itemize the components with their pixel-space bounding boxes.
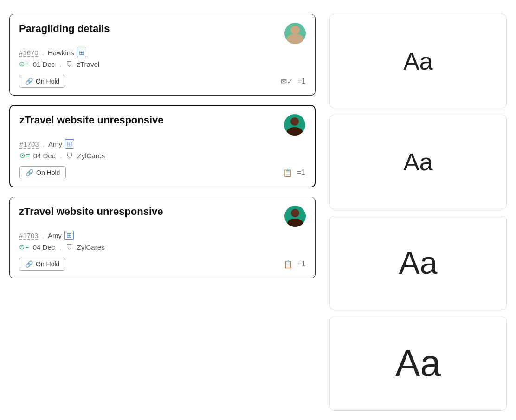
ticket-card-1[interactable]: Paragliding details #1670 . Hawkins ⊞ ⊙=… [9,14,316,96]
dot-1: . [42,49,44,57]
dot-2: . [43,140,45,148]
font-preview-text-3: Aa [399,245,437,281]
card-3-org: ZylCares [77,243,104,251]
card-3-ticket-id: #1703 [19,232,39,239]
card-3-footer: 🔗 On Hold 📋 =1 [19,258,306,271]
org-icon-1: ⛉ [66,60,73,68]
hold-icon-1: 🔗 [25,78,33,85]
card-2-ticket-id: #1703 [19,140,39,148]
hold-icon-2: 🔗 [26,169,33,176]
grid-icon-3: ⊞ [64,231,74,240]
note-icon-2: 📋 [283,168,292,177]
card-2-header: zTravel website unresponsive [19,114,305,136]
card-1-title: Paragliding details [19,23,110,35]
clock-icon-3: ⊙= [19,243,29,251]
card-1-date-row: ⊙= 01 Dec . ⛉ zTravel [19,60,306,68]
card-2-footer-icons: 📋 =1 [283,168,305,177]
font-preview-column: Aa Aa Aa Aa [329,9,507,411]
card-2-org: ZylCares [77,152,105,160]
on-hold-btn-2[interactable]: 🔗 On Hold [19,166,66,179]
font-preview-text-1: Aa [403,47,433,75]
grid-icon-2: ⊞ [65,139,74,149]
card-2-title: zTravel website unresponsive [19,114,164,126]
card-3-title: zTravel website unresponsive [19,206,163,218]
font-preview-1[interactable]: Aa [329,14,507,108]
card-3-meta: #1703 . Amy ⊞ [19,231,306,240]
card-1-header: Paragliding details [19,23,306,44]
clock-icon-1: ⊙= [19,60,29,68]
email-icon-1: ✉✓ [281,77,293,86]
card-3-date: 04 Dec [33,243,55,251]
card-3-agent: Amy [48,232,62,239]
font-preview-text-4: Aa [395,342,441,385]
font-preview-2[interactable]: Aa [329,115,507,209]
count-icon-3: =1 [297,260,306,268]
note-icon-3: 📋 [284,260,293,269]
count-icon-2: =1 [297,168,305,177]
font-preview-text-2: Aa [403,148,433,176]
main-layout: Paragliding details #1670 . Hawkins ⊞ ⊙=… [0,0,516,420]
card-1-meta: #1670 . Hawkins ⊞ [19,48,306,57]
dot-2b: . [60,152,62,160]
on-hold-label-1: On Hold [36,78,59,85]
font-preview-4[interactable]: Aa [329,317,507,411]
card-3-header: zTravel website unresponsive [19,206,306,227]
card-1-org: zTravel [77,60,99,68]
grid-icon-1: ⊞ [77,48,86,57]
org-icon-3: ⛉ [66,243,73,251]
ticket-card-2[interactable]: zTravel website unresponsive #1703 . Amy… [9,105,316,187]
card-1-agent: Hawkins [48,49,74,57]
avatar-card-1 [284,23,306,44]
card-3-footer-icons: 📋 =1 [284,260,306,269]
ticket-card-3[interactable]: zTravel website unresponsive #1703 . Amy… [9,197,316,278]
card-1-footer-icons: ✉✓ =1 [281,77,306,86]
card-2-meta: #1703 . Amy ⊞ [19,139,305,149]
dot-1b: . [59,60,61,68]
on-hold-btn-1[interactable]: 🔗 On Hold [19,75,65,88]
org-icon-2: ⛉ [66,152,73,160]
cards-column: Paragliding details #1670 . Hawkins ⊞ ⊙=… [9,9,316,411]
dot-3: . [42,232,44,239]
count-icon-1: =1 [297,77,306,85]
clock-icon-2: ⊙= [19,151,30,160]
card-1-footer: 🔗 On Hold ✉✓ =1 [19,75,306,88]
hold-icon-3: 🔗 [25,260,33,268]
card-1-ticket-id: #1670 [19,49,39,57]
card-2-date-row: ⊙= 04 Dec . ⛉ ZylCares [19,151,305,160]
on-hold-btn-3[interactable]: 🔗 On Hold [19,258,65,271]
card-2-date: 04 Dec [33,152,56,160]
card-2-agent: Amy [48,140,62,148]
avatar-card-3 [284,206,306,227]
on-hold-label-2: On Hold [36,169,60,176]
on-hold-label-3: On Hold [36,260,59,268]
card-2-footer: 🔗 On Hold 📋 =1 [19,166,305,179]
font-preview-3[interactable]: Aa [329,216,507,310]
card-1-date: 01 Dec [33,60,55,68]
card-3-date-row: ⊙= 04 Dec . ⛉ ZylCares [19,243,306,251]
avatar-card-2 [284,114,305,136]
dot-3b: . [59,243,61,251]
